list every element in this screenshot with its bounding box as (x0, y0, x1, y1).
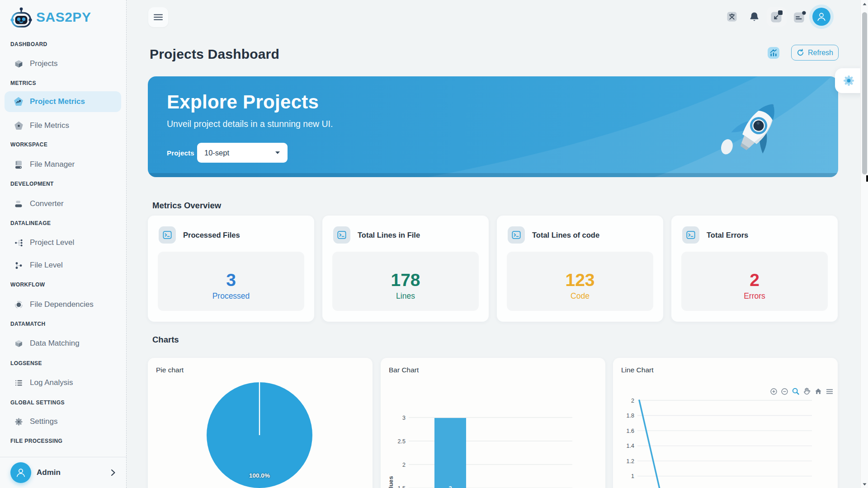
metrics-overview-heading: Metrics Overview (152, 201, 221, 211)
sidebar-item-data-matching[interactable]: Data Matching (5, 333, 121, 354)
admin-profile[interactable]: Admin (0, 457, 127, 488)
metric-card-total-errors: Total Errors 2 Errors (671, 216, 838, 322)
rocket-illustration (711, 88, 797, 177)
bar-chart[interactable]: 32.521.53Values (381, 358, 605, 488)
gear-icon (14, 417, 23, 426)
sidebar-section-workflow: WORKFLOW (10, 281, 119, 289)
list-icon (14, 378, 23, 387)
refresh-icon (797, 49, 804, 56)
pie-chart-card: Pie chart 100.0% (148, 358, 373, 488)
sidebar-item-settings[interactable]: Settings (5, 411, 121, 432)
metric-value: 123 (565, 270, 594, 290)
plot-modebar (770, 388, 833, 395)
sidebar-section-logsense: LOGSENSE (10, 359, 119, 367)
terminal-icon (508, 226, 525, 244)
metric-value-box: 3 Processed (158, 252, 304, 311)
bar-chart-card: Bar Chart 32.521.53Values (381, 358, 605, 488)
charts-heading: Charts (152, 335, 179, 345)
svg-text:1: 1 (631, 473, 634, 479)
sidebar-item-file-dependencies[interactable]: File Dependencies (5, 294, 121, 315)
sidebar-item-projects[interactable]: Projects (5, 53, 121, 74)
sidebar-section-metrics: METRICS (10, 79, 119, 87)
zoom-select-icon[interactable] (792, 388, 799, 395)
metric-unit: Code (571, 291, 590, 301)
menu-lines-icon[interactable] (826, 389, 833, 394)
page-title: Projects Dashboard (150, 47, 279, 62)
pan-hand-icon[interactable] (803, 388, 811, 395)
sidebar-section-file-processing: FILE PROCESSING (10, 437, 119, 445)
sidebar-item-project-metrics[interactable]: Project Metrics (5, 91, 121, 112)
notes-icon[interactable] (793, 11, 803, 21)
svg-text:2.5: 2.5 (398, 438, 406, 445)
sidebar-item-file-metrics[interactable]: File Metrics (5, 115, 121, 136)
tree-icon (14, 238, 23, 247)
metric-card-total-lines-file: Total Lines in File 178 Lines (322, 216, 489, 322)
line-chart[interactable]: 21.81.61.41.21 (613, 358, 838, 488)
svg-text:3: 3 (402, 415, 406, 421)
svg-text:1.8: 1.8 (627, 413, 634, 419)
home-icon[interactable] (815, 388, 822, 395)
translate-icon[interactable] (727, 12, 737, 22)
chart-trend-icon (770, 49, 777, 56)
hero-subtitle: Unveil project details in a stunning new… (167, 119, 333, 129)
refresh-button[interactable]: Refresh (791, 45, 839, 61)
svg-text:1.5: 1.5 (398, 485, 406, 488)
metric-title: Total Lines of code (532, 226, 599, 244)
pie-chart[interactable]: 100.0% (148, 358, 373, 488)
sidebar-section-development: DEVELOPMENT (10, 180, 119, 188)
caret-down-icon (275, 151, 280, 155)
node-icon (14, 261, 23, 270)
screen-size-button[interactable] (767, 7, 787, 27)
target-icon (14, 300, 23, 309)
scroll-up-arrow[interactable] (861, 0, 868, 8)
screen-icon (770, 10, 783, 23)
svg-text:Values: Values (387, 476, 394, 488)
metric-unit: Lines (396, 291, 415, 301)
chevron-right-icon (109, 469, 117, 477)
sidebar-item-converter[interactable]: Converter (5, 193, 121, 214)
hamburger-menu-button[interactable] (148, 7, 168, 27)
scrollbar-thumb[interactable] (862, 12, 867, 174)
sidebar-section-workspace: WORKSPACE (10, 141, 119, 149)
projects-select-label: Projects (167, 149, 197, 157)
page-scrollbar[interactable] (860, 0, 868, 488)
refresh-label: Refresh (808, 49, 833, 57)
terminal-icon (333, 226, 350, 244)
sidebar-section-dashboard: DASHBOARD (10, 40, 119, 48)
brand-name: SAS2PY (36, 9, 91, 25)
sidebar-section-global-settings: GLOBAL SETTINGS (10, 399, 119, 407)
metrics-badge-icon (14, 97, 23, 106)
metric-unit: Errors (744, 291, 765, 301)
sidebar-item-log-analysis[interactable]: Log Analysis (5, 372, 121, 393)
sidebar-item-file-level[interactable]: File Level (5, 255, 121, 276)
pentagon-dot-icon (14, 121, 23, 130)
svg-text:3: 3 (448, 485, 452, 488)
metric-value-box: 123 Code (507, 252, 653, 311)
sidebar-item-file-manager[interactable]: File Manager (5, 154, 121, 175)
zoom-in-icon[interactable] (770, 388, 777, 395)
metric-unit: Processed (212, 291, 250, 301)
box-icon (14, 339, 23, 348)
bell-icon[interactable] (750, 12, 760, 22)
hero-banner: Explore Projects Unveil project details … (148, 76, 838, 177)
projects-select[interactable]: 10-sept (197, 143, 288, 163)
metric-value: 3 (226, 270, 236, 290)
user-avatar[interactable] (812, 8, 830, 26)
sidebar-item-project-level[interactable]: Project Level (5, 232, 121, 253)
scroll-down-arrow[interactable] (861, 480, 868, 488)
zoom-out-icon[interactable] (781, 388, 788, 395)
trend-chart-button[interactable] (768, 47, 779, 59)
metric-value: 2 (750, 270, 760, 290)
svg-text:1.6: 1.6 (627, 428, 634, 434)
metric-title: Total Errors (707, 226, 748, 244)
admin-avatar (10, 462, 31, 483)
hero-title: Explore Projects (167, 91, 319, 113)
svg-text:1.4: 1.4 (627, 443, 634, 449)
metric-title: Processed Files (183, 226, 240, 244)
brand-logo[interactable]: SAS2PY (10, 6, 91, 28)
metric-value-box: 2 Errors (681, 252, 828, 311)
hamburger-icon (154, 14, 163, 21)
gear-blue-icon (843, 75, 855, 87)
sidebar-section-datalineage: DATALINEAGE (10, 219, 119, 227)
svg-text:2: 2 (402, 462, 406, 468)
